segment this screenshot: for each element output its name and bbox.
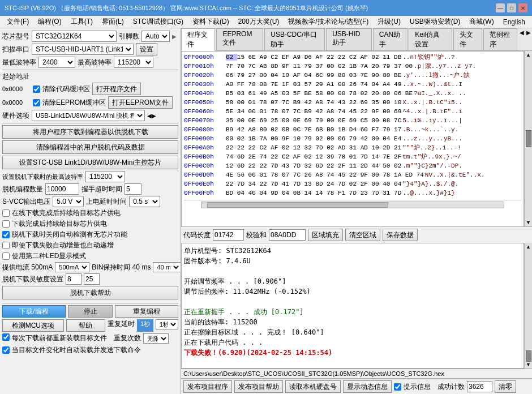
hex-ascii: ...z...y...yB... [402, 134, 462, 143]
menu-video[interactable]: 视频教学/技术论坛/选型(F) [284, 16, 373, 28]
tab-eeprom-file[interactable]: EEPROM文件 [216, 28, 263, 50]
save-data-button[interactable]: 保存数据 [383, 229, 418, 241]
menu-english[interactable]: English [499, 17, 530, 27]
bin-select[interactable]: 40 ms [153, 262, 181, 272]
vcc-select[interactable]: 5.0 V [53, 196, 84, 207]
power-select[interactable]: 500mA [55, 262, 89, 272]
handshake-input[interactable] [125, 183, 141, 195]
hex-scrollbar[interactable]: ▲ ▼ [524, 51, 532, 226]
hex-bytes: 00 02 1B 7A 00 9F 10 79 02 00 06 79 42 0… [226, 134, 401, 143]
nav-arrow-right[interactable]: ▶ [172, 33, 177, 40]
window-controls[interactable]: — □ ✕ [496, 3, 527, 12]
tab-usb-cdc[interactable]: USB-CDC/串口助手 [264, 28, 325, 50]
offline-baud-label: 设置脱机下载时的最高波特率 [2, 173, 83, 181]
tabs-bar: 程序文件 EEPROM文件 USB-CDC/串口助手 USB-HID助手 CAN… [181, 28, 532, 51]
close-button[interactable]: ✕ [518, 3, 527, 12]
offline-baud-select[interactable]: 115200 [85, 171, 125, 182]
log-scroll-down[interactable]: ▼ [526, 362, 531, 367]
menu-debug[interactable]: STC调试接口(G) [128, 16, 188, 28]
cb-power-after[interactable] [2, 220, 10, 228]
reprogram-button[interactable]: 重复编程 [115, 305, 178, 318]
re-count-select[interactable]: 无限 [143, 333, 169, 344]
auto-send-check[interactable] [2, 346, 10, 354]
success-count-input[interactable] [467, 381, 492, 392]
read-machine-button[interactable]: 读取本机硬盘号 [285, 380, 341, 393]
max-baud-select[interactable]: 115200 [114, 57, 153, 68]
scroll-up-arrow[interactable]: ▲ [526, 52, 531, 58]
maximize-button[interactable]: □ [507, 3, 516, 12]
open-eeprom-button[interactable]: 打开EEPROM文件 [108, 96, 173, 109]
menu-download[interactable]: 资料下载(D) [188, 16, 234, 28]
scan-port-select[interactable]: STC-USB-HID-UART1 (Link1) [32, 44, 134, 55]
stop-button[interactable]: 停止 [68, 305, 113, 318]
menu-tools[interactable]: 工具(T) [66, 16, 97, 28]
auto-load-check[interactable] [2, 333, 10, 341]
log-line: 单片机型号: STC32G12K64 [184, 246, 521, 256]
clear-code-check[interactable] [33, 85, 40, 93]
min-baud-label: 最低波特率 [2, 58, 36, 67]
hex-address: 0FF00A0h [184, 143, 225, 152]
menu-usb[interactable]: USB驱动安装(D) [405, 16, 465, 28]
hex-view[interactable]: 0FF0000h02 15 6E A9 C2 EF A9 D6 AF 22 22… [181, 51, 524, 232]
download-program-button[interactable]: 下载/编程 [2, 305, 66, 318]
tab-usb-hid[interactable]: USB-HID助手 [326, 28, 372, 50]
log-scroll-thumb[interactable] [526, 350, 531, 362]
hardware-nav[interactable]: ◀▶ [147, 113, 156, 119]
clear-count-button[interactable]: 清零 [495, 380, 516, 393]
clear-region-button[interactable]: 清空区域 [345, 229, 380, 241]
set-main-chip-button[interactable]: 设置STC-USB Link1D/U8W/U8W-Mini主控芯片 [2, 156, 178, 169]
sensitivity-input1[interactable] [66, 273, 81, 285]
scroll-down-arrow[interactable]: ▼ [526, 220, 531, 225]
log-scroll-up[interactable]: ▲ [526, 244, 531, 250]
menu-file[interactable]: 文件(F) [2, 16, 33, 28]
open-program-button[interactable]: 打开程序文件 [92, 83, 141, 95]
menu-shop[interactable]: 商城(W) [465, 16, 498, 28]
delay-select[interactable]: 0.5 s [129, 196, 160, 207]
cb-power-online[interactable] [2, 209, 10, 217]
program-count-input[interactable] [45, 183, 79, 195]
dynamic-info-button[interactable]: 显示动态信息 [343, 380, 392, 393]
hex-hscroll[interactable] [184, 200, 521, 209]
sensitivity-input2[interactable] [84, 273, 100, 285]
cb-led-mode[interactable] [2, 252, 10, 260]
menu-program[interactable]: 编程(O) [33, 16, 66, 28]
menu-upgrade[interactable]: 升级(U) [373, 16, 405, 28]
publish-program-button[interactable]: 发布项目程序 [183, 380, 232, 393]
tab-nav-right[interactable]: ▶ [525, 28, 532, 50]
detect-mcu-button[interactable]: 检测MCU选项 [2, 319, 64, 332]
download-to-programmer-button[interactable]: 将用户程序下载到编程器以供脱机下载 [2, 125, 178, 139]
menu-prize[interactable]: 200万大奖(U) [234, 16, 284, 28]
tab-can[interactable]: CAN助手 [373, 28, 408, 50]
cb-row-1: 在线下载完成后持续给目标芯片供电 [2, 208, 178, 218]
checksum-input[interactable] [269, 229, 306, 241]
pin-count-select[interactable]: Auto [141, 31, 170, 42]
tab-example[interactable]: 范例程序 [483, 28, 517, 50]
cb-auto-increment[interactable] [2, 242, 10, 249]
hardware-select[interactable]: USB-Link1D/U8W/U8W-Mini 脱机 程序加 [32, 110, 145, 121]
tab-program-file[interactable]: 程序文件 [181, 28, 215, 51]
fill-region-button[interactable]: 区域填充 [308, 229, 343, 241]
help-button[interactable]: 帮助 [66, 319, 105, 332]
log-scrollbar[interactable]: ▲ ▼ [524, 243, 532, 369]
minimize-button[interactable]: — [496, 3, 505, 12]
code-length-input[interactable] [213, 229, 244, 241]
scroll-thumb[interactable] [526, 130, 531, 147]
offline-help-button[interactable]: 脱机下载帮助 [2, 286, 178, 299]
clear-programmer-button[interactable]: 清除编程器中的用户脱机代码及数据 [2, 140, 178, 154]
clear-eeprom-check[interactable] [33, 99, 40, 106]
min-baud-select[interactable]: 2400 [38, 57, 75, 68]
publish-help-button[interactable]: 发布项目帮助 [234, 380, 283, 393]
max-baud-label: 最高波特率 [78, 58, 111, 67]
hex-row: 0FF0090h00 02 1B 7A 00 9F 10 79 02 00 06… [184, 134, 521, 143]
settings-button[interactable]: 设置 [136, 43, 157, 55]
tab-nav-left[interactable]: ◀ [518, 28, 525, 50]
cb-disable-detect[interactable] [2, 231, 10, 238]
re-delay-select[interactable]: 1秒 [156, 319, 178, 329]
program-count-label: 脱机编程数量 [2, 185, 43, 194]
chip-select[interactable]: STC32G12K64 [32, 31, 117, 42]
tab-header[interactable]: 头文件 [453, 28, 482, 50]
hint-check[interactable] [394, 383, 401, 391]
tab-keil[interactable]: Keil仿真设置 [409, 28, 452, 50]
menu-interface[interactable]: 界面(L) [97, 16, 128, 28]
baud-rate-row: 最低波特率 2400 最高波特率 115200 [2, 57, 178, 68]
